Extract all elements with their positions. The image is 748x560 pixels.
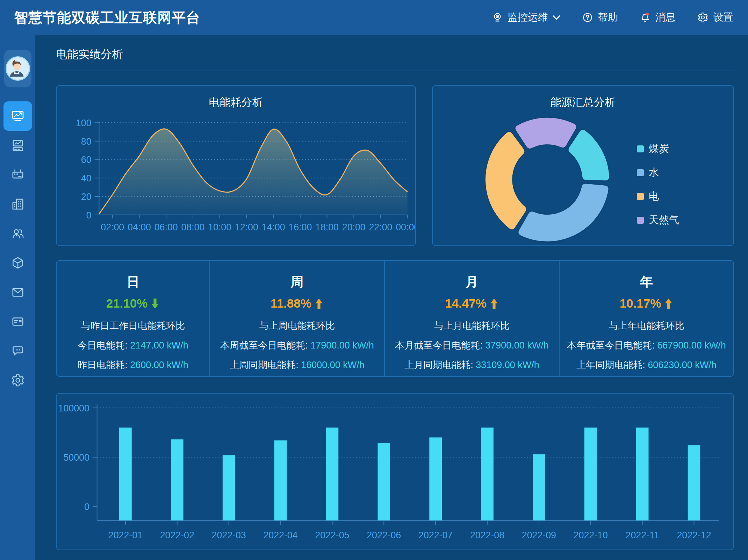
line-chart-title: 电能耗分析 (57, 95, 415, 110)
axis-tick-label: 16:00 (288, 222, 312, 232)
axis-tick-label: 100000 (58, 403, 89, 414)
stat-rows: 今日电能耗: 2147.00 kW/h昨日电能耗: 2600.00 kW/h (57, 339, 209, 371)
menu-item-messages[interactable]: 消息 (640, 10, 676, 24)
enterprise-building-icon (11, 197, 25, 211)
sidebar-item-dashboard[interactable] (3, 131, 32, 160)
axis-tick-label: 60 (81, 155, 92, 165)
sidebar-item-billing[interactable] (3, 307, 32, 336)
menu-item-help[interactable]: 帮助 (582, 10, 618, 24)
energy-summary-panel: 能源汇总分析 煤炭水电天然气 (432, 85, 734, 246)
app-header: 智慧节能双碳工业互联网平台 监控运维 帮助 (0, 0, 748, 35)
bar-2022-12[interactable] (688, 445, 700, 520)
bar-2022-04[interactable] (274, 440, 287, 520)
stat-value: 2147.00 kW/h (130, 340, 188, 351)
bar-2022-03[interactable] (223, 455, 235, 520)
menu-item-label: 消息 (655, 10, 676, 24)
trend-arrow-icon (150, 298, 160, 309)
bar-2022-11[interactable] (636, 428, 649, 520)
main-content: 电能实绩分析 电能耗分析 02040608010002:0004:0006:00… (35, 35, 748, 560)
stat-percent-value: 11.88% (271, 296, 311, 310)
sidebar-item-assets[interactable] (3, 248, 32, 278)
stat-rows: 本月截至今日电能耗: 37900.00 kW/h上月同期电能耗: 33109.0… (385, 339, 559, 371)
legend-marker (637, 193, 644, 200)
sidebar (0, 35, 35, 560)
stat-value: 37900.00 kW/h (485, 340, 549, 351)
menu-item-settings[interactable]: 设置 (697, 10, 733, 24)
stat-row: 本周截至今日电能耗: 17900.00 kW/h (210, 339, 384, 352)
menu-item-label: 帮助 (598, 10, 618, 24)
legend-item-煤炭[interactable]: 煤炭 (637, 142, 679, 156)
stat-card: 年 10.17% 与上年电能耗环比 本年截至今日电能耗: 667900.00 k… (559, 261, 733, 376)
stat-period-label: 周 (210, 273, 384, 291)
app-title: 智慧节能双碳工业互联网平台 (0, 8, 200, 27)
menu-item-label: 监控运维 (508, 10, 548, 24)
sidebar-item-energy-analysis[interactable] (3, 101, 32, 131)
line-area-chart[interactable]: 02040608010002:0004:0006:0008:0010:0012:… (57, 86, 415, 245)
stat-value: 33109.00 kW/h (476, 360, 539, 370)
stat-desc: 与上年电能耗环比 (560, 320, 733, 332)
dashboard-chart-icon (11, 138, 25, 152)
donut-slice-煤炭[interactable] (568, 129, 610, 181)
trend-arrow-icon (489, 298, 499, 309)
stat-row: 上周同期电能耗: 16000.00 kW/h (210, 359, 384, 371)
legend-marker (637, 145, 644, 152)
stat-value: 2600.00 kW/h (130, 360, 188, 370)
bar-2022-08[interactable] (481, 428, 494, 520)
axis-tick-label: 40 (81, 173, 92, 184)
axis-tick-label: 2022-09 (522, 530, 556, 540)
sidebar-nav (0, 101, 35, 395)
stat-row: 昨日电能耗: 2600.00 kW/h (57, 359, 209, 371)
bar-2022-05[interactable] (326, 428, 339, 520)
billing-card-icon (11, 315, 25, 329)
stat-desc: 与上月电能耗环比 (385, 320, 559, 332)
stat-row: 本年截至今日电能耗: 667900.00 kW/h (560, 339, 733, 352)
avatar-image (6, 56, 30, 81)
donut-slice-天然气[interactable] (515, 117, 577, 149)
stat-period-label: 日 (57, 273, 209, 291)
axis-tick-label: 2022-03 (212, 530, 246, 540)
axis-tick-label: 0 (84, 502, 89, 512)
legend-item-水[interactable]: 水 (637, 166, 679, 180)
axis-tick-label: 02:00 (101, 222, 124, 232)
asset-cube-icon (11, 256, 25, 270)
bar-2022-10[interactable] (584, 428, 597, 520)
bar-2022-07[interactable] (429, 437, 442, 520)
donut-chart[interactable] (433, 86, 733, 245)
stat-row-label: 上月同期电能耗: (404, 360, 476, 370)
stat-rows: 本周截至今日电能耗: 17900.00 kW/h上周同期电能耗: 16000.0… (210, 339, 384, 371)
stat-row-label: 本月截至今日电能耗: (395, 340, 485, 351)
stat-period-label: 月 (385, 273, 559, 291)
legend-item-天然气[interactable]: 天然气 (637, 213, 679, 227)
bar-chart[interactable]: 0500001000002022-012022-022022-032022-04… (57, 394, 733, 550)
axis-tick-label: 80 (81, 136, 92, 147)
bar-2022-06[interactable] (377, 443, 390, 520)
sidebar-item-users[interactable] (3, 219, 32, 248)
axis-tick-label: 2022-11 (626, 530, 659, 540)
bar-2022-02[interactable] (171, 439, 184, 520)
axis-tick-label: 08:00 (181, 222, 204, 232)
sidebar-item-enterprise[interactable] (3, 189, 32, 219)
user-avatar[interactable] (4, 50, 31, 87)
donut-slice-水[interactable] (518, 183, 609, 242)
sidebar-item-feedback[interactable] (3, 336, 32, 366)
legend-item-电[interactable]: 电 (637, 189, 679, 203)
stat-percent-value: 10.17% (620, 296, 661, 310)
axis-tick-label: 2022-02 (160, 530, 194, 540)
title-divider (56, 71, 734, 71)
stat-percent: 14.47% (385, 296, 559, 310)
gear-icon (697, 12, 709, 23)
sidebar-item-settings[interactable] (3, 366, 32, 395)
stat-row-label: 本年截至今日电能耗: (567, 340, 657, 351)
notification-badge-dot (646, 13, 649, 16)
sidebar-item-messages[interactable] (3, 278, 32, 307)
axis-tick-label: 2022-01 (108, 530, 143, 540)
bar-2022-09[interactable] (533, 454, 545, 520)
menu-item-monitor-ops[interactable]: 监控运维 (492, 10, 560, 24)
axis-tick-label: 18:00 (315, 222, 339, 232)
axis-tick-label: 12:00 (235, 222, 258, 232)
sidebar-item-devices[interactable] (3, 160, 32, 189)
legend-marker (637, 217, 644, 224)
bar-2022-01[interactable] (119, 428, 132, 520)
axis-tick-label: 20 (81, 192, 92, 202)
donut-slice-电[interactable] (485, 131, 526, 230)
